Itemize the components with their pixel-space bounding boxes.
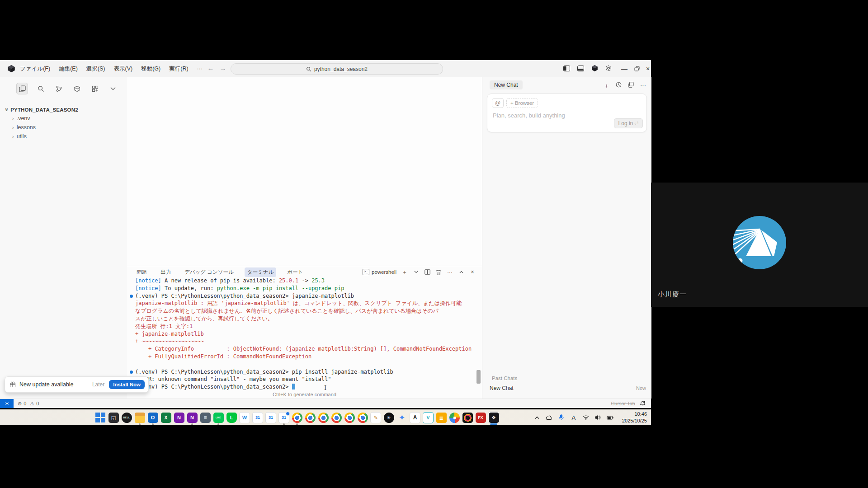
- later-button[interactable]: Later: [92, 381, 104, 388]
- bell-icon[interactable]: [640, 401, 646, 407]
- login-button[interactable]: Log in ⏎: [614, 118, 643, 128]
- tree-item-.venv[interactable]: ›.venv: [0, 114, 127, 123]
- taskbar-cursor[interactable]: [488, 412, 499, 423]
- battery-icon[interactable]: [606, 413, 614, 422]
- history-icon[interactable]: [616, 82, 622, 90]
- trash-icon[interactable]: [435, 269, 442, 275]
- onedrive-cloud-icon[interactable]: [545, 413, 553, 422]
- recent-chat-row[interactable]: New Chat Now: [490, 385, 646, 391]
- ime-a-icon[interactable]: A: [570, 413, 578, 422]
- menu-item-4[interactable]: 移動(G): [141, 65, 160, 73]
- recent-chat-title[interactable]: New Chat: [490, 385, 514, 391]
- taskbar-chrome[interactable]: [292, 412, 302, 423]
- taskbar-gemini[interactable]: [396, 412, 407, 423]
- taskbar-chatgpt[interactable]: [383, 412, 394, 423]
- menu-item-5[interactable]: 実行(R): [169, 65, 188, 73]
- taskbar-w-app[interactable]: [239, 412, 250, 423]
- panel-tab-デバッグ コンソール[interactable]: デバッグ コンソール: [182, 267, 236, 277]
- close-panel-icon[interactable]: ×: [469, 269, 476, 275]
- cursor-tab-status[interactable]: Cursor Tab: [611, 401, 635, 406]
- menu-item-3[interactable]: 表示(V): [113, 65, 132, 73]
- explorer-root-folder[interactable]: ∨ PYTHON_DATA_SEASON2: [0, 105, 127, 114]
- search-icon[interactable]: [35, 83, 46, 94]
- extensions-cube-icon[interactable]: [71, 83, 82, 94]
- taskbar-instagram[interactable]: [462, 412, 473, 423]
- install-now-button[interactable]: Install Now: [109, 380, 145, 389]
- problems-indicator[interactable]: ⊘0 ⚠0: [18, 401, 39, 407]
- more-actions-icon[interactable]: ···: [447, 269, 453, 275]
- new-terminal-icon[interactable]: ＋: [401, 269, 408, 275]
- cursor-logo-icon[interactable]: [590, 64, 599, 73]
- layout-sidebar-icon[interactable]: [562, 64, 571, 73]
- remote-indicator[interactable]: ><: [0, 399, 14, 408]
- new-chat-icon[interactable]: ＋: [604, 82, 609, 90]
- taskbar-chrome-6[interactable]: [357, 412, 368, 423]
- gear-icon[interactable]: [604, 64, 613, 73]
- menu-item-1[interactable]: 編集(E): [59, 65, 78, 73]
- back-arrow-icon[interactable]: ←: [206, 64, 215, 72]
- mention-chip[interactable]: @: [492, 98, 504, 108]
- more-icon[interactable]: ···: [640, 82, 646, 90]
- chevron-down-icon[interactable]: [108, 83, 118, 94]
- browser-chip[interactable]: + Browser: [506, 98, 538, 108]
- menu-item-2[interactable]: 選択(S): [86, 65, 105, 73]
- tree-item-lessons[interactable]: ›lessons: [0, 123, 127, 132]
- forward-arrow-icon[interactable]: →: [218, 64, 227, 72]
- terminal-output[interactable]: [notice] A new release of pip is availab…: [135, 277, 479, 391]
- speaker-icon[interactable]: [594, 413, 602, 422]
- tabs-icon[interactable]: [628, 82, 634, 90]
- panel-tab-出力[interactable]: 出力: [158, 267, 174, 277]
- taskbar-chrome-2[interactable]: [305, 412, 316, 423]
- tree-item-label: .venv: [17, 115, 30, 122]
- editor-area[interactable]: [127, 77, 482, 266]
- chevron-up-icon[interactable]: [533, 413, 541, 422]
- maximize-panel-icon[interactable]: [458, 269, 464, 275]
- chat-input-card[interactable]: @ + Browser Plan, search, build anything…: [487, 94, 647, 132]
- layout-panel-icon[interactable]: [576, 64, 585, 73]
- minimize-button[interactable]: —: [618, 60, 630, 77]
- restore-button[interactable]: [631, 60, 643, 77]
- extensions-grid-icon[interactable]: [90, 83, 100, 94]
- close-button[interactable]: ×: [642, 60, 654, 77]
- taskbar-outlook[interactable]: [147, 412, 158, 423]
- terminal-instance[interactable]: >_ powershell: [363, 269, 396, 275]
- taskbar-journal[interactable]: [370, 412, 381, 423]
- menu-item-0[interactable]: ファイル(F): [20, 65, 50, 73]
- explorer-icon[interactable]: [16, 83, 28, 94]
- taskbar-line-works[interactable]: [226, 412, 237, 423]
- taskbar-google-calendar[interactable]: [252, 412, 263, 423]
- taskbar-fx-app[interactable]: [475, 412, 486, 423]
- taskbar-a-app[interactable]: [410, 412, 420, 423]
- taskbar-line[interactable]: [213, 412, 224, 423]
- taskbar-notepad[interactable]: [200, 412, 211, 423]
- command-center-search[interactable]: python_data_season2: [231, 63, 443, 75]
- taskbar-google-docs[interactable]: [436, 412, 447, 423]
- panel-tab-ポート[interactable]: ポート: [284, 267, 306, 277]
- taskbar-onenote-2[interactable]: [187, 412, 198, 423]
- tree-item-utils[interactable]: ›utils: [0, 132, 127, 141]
- taskbar-chrome-4[interactable]: [331, 412, 342, 423]
- taskbar-chrome-5[interactable]: [344, 412, 355, 423]
- terminal-scrollbar[interactable]: [476, 370, 481, 384]
- taskbar-onenote[interactable]: [174, 412, 184, 423]
- new-chat-tab[interactable]: New Chat: [490, 80, 523, 89]
- microphone-icon[interactable]: [557, 413, 566, 422]
- taskbar-v-app[interactable]: [423, 412, 434, 423]
- taskbar-windows-start[interactable]: [95, 412, 106, 423]
- taskbar-excel[interactable]: [160, 412, 171, 423]
- taskbar-google-calendar-2[interactable]: [265, 412, 276, 423]
- menu-item-6[interactable]: ···: [197, 66, 203, 72]
- panel-tab-問題[interactable]: 問題: [134, 267, 150, 277]
- taskbar-google-calendar-3[interactable]: [278, 412, 289, 423]
- source-control-icon[interactable]: [53, 83, 64, 94]
- wifi-icon[interactable]: [582, 413, 590, 422]
- taskbar-google-photos[interactable]: [449, 412, 460, 423]
- taskbar-task-view[interactable]: [108, 412, 119, 423]
- terminal-dropdown-icon[interactable]: [413, 269, 419, 275]
- taskbar-chrome-3[interactable]: [318, 412, 329, 423]
- taskbar-dell[interactable]: [121, 412, 132, 423]
- panel-tab-ターミナル[interactable]: ターミナル: [245, 267, 277, 277]
- taskbar-clock[interactable]: 10:46 2025/10/25: [622, 411, 647, 424]
- taskbar-file-explorer[interactable]: [134, 412, 145, 423]
- split-terminal-icon[interactable]: [424, 269, 430, 275]
